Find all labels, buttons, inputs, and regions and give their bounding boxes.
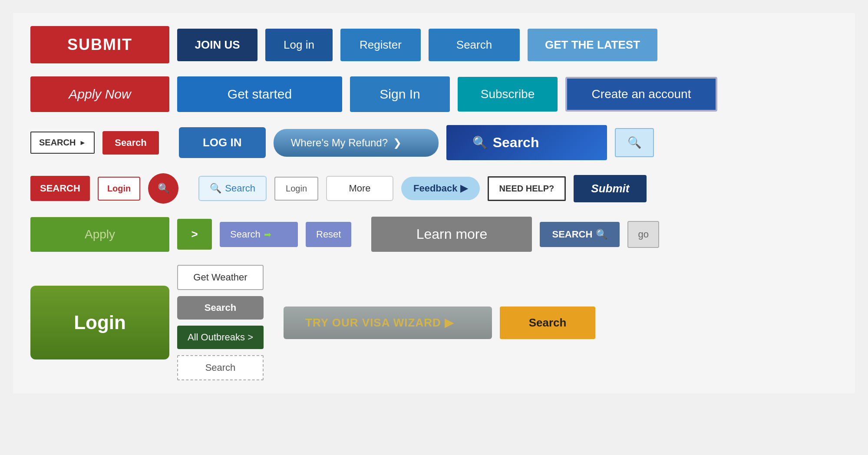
main-container: SUBMIT JOIN US Log in Register Search GE… [13,13,855,393]
magnify-icon: 🔍 [596,229,607,240]
submit-navy-button[interactable]: Submit [574,175,647,202]
get-latest-button[interactable]: GET THE LATEST [528,29,657,61]
subscribe-button[interactable]: Subscribe [458,77,558,112]
search-button-r1[interactable]: Search [429,29,520,61]
search-outline-button[interactable]: SEARCH ► [30,132,95,154]
need-help-button[interactable]: NEED HELP? [488,176,566,201]
arrow-green-icon: ➡ [264,229,271,240]
arrow-icon: ► [79,139,86,147]
search-orange-button[interactable]: Search [500,307,595,339]
search-gray-magnify-button[interactable]: SEARCH 🔍 [540,222,620,247]
search-lightblue-icon: 🔍 [210,183,221,194]
row-2: Apply Now Get started Sign In Subscribe … [30,76,838,112]
feedback-button[interactable]: Feedback ▶ [401,177,480,200]
search-icon: 🔍 [627,136,641,149]
log-in-button-r3[interactable]: LOG IN [179,127,266,158]
login-green-button[interactable]: Login [30,286,169,359]
row-5: Apply > Search ➡ Reset Learn more SEARCH… [30,217,838,252]
apply-green-button[interactable]: Apply [30,217,169,252]
reset-button[interactable]: Reset [306,222,351,247]
wheres-refund-button[interactable]: Where's My Refund? ❯ [274,129,439,157]
search-outline-label: SEARCH [39,138,76,148]
wheres-refund-label: Where's My Refund? [291,137,388,149]
row-3: SEARCH ► Search LOG IN Where's My Refund… [30,125,838,160]
sign-in-button[interactable]: Sign In [350,76,450,112]
go-button[interactable]: go [627,221,659,248]
all-outbreaks-button[interactable]: All Outbreaks > [177,326,264,349]
register-button[interactable]: Register [340,29,421,61]
search-arrow-button[interactable]: Search ➡ [220,222,298,247]
search-circle-button[interactable]: 🔍 [148,173,178,204]
chevron-right-icon: ❯ [393,137,402,149]
submit-button[interactable]: SUBMIT [30,26,169,63]
visa-wizard-button[interactable]: TRY OUR VISA WIZARD ▶ [284,307,492,339]
row-1: SUBMIT JOIN US Log in Register Search GE… [30,26,838,63]
get-started-button[interactable]: Get started [177,76,342,112]
more-button[interactable]: More [326,176,393,201]
search-big-icon: 🔍 [472,135,488,150]
search-arrow-label: Search [230,229,261,240]
search-lightblue-button[interactable]: 🔍 Search [198,176,267,201]
search-circle-icon: 🔍 [158,183,169,194]
search-dashed-button[interactable]: Search [177,355,264,380]
search-big-blue-button[interactable]: 🔍 Search [446,125,607,160]
row-6: Login Get Weather Search All Outbreaks >… [30,265,838,380]
login-button-r1[interactable]: Log in [265,29,333,61]
search-big-label: Search [493,135,539,151]
create-account-button[interactable]: Create an account [565,77,717,112]
arrow-green-button[interactable]: > [177,219,212,250]
join-us-button[interactable]: JOIN US [177,29,257,61]
search-lightblue-label: Search [225,183,255,194]
row-4: SEARCH Login 🔍 🔍 Search Login More Feedb… [30,173,838,204]
search-icon-only-button[interactable]: 🔍 [615,128,654,157]
apply-now-button[interactable]: Apply Now [30,76,169,112]
search-gray-button[interactable]: Search [177,296,264,320]
search-gray-label: SEARCH [552,229,592,240]
search-redbg-button[interactable]: SEARCH [30,176,90,201]
learn-more-button[interactable]: Learn more [371,217,532,252]
get-weather-button[interactable]: Get Weather [177,265,264,290]
login-red-border-button[interactable]: Login [98,177,140,201]
search-red-button[interactable]: Search [102,131,158,155]
login-gray-border-button[interactable]: Login [274,177,318,201]
